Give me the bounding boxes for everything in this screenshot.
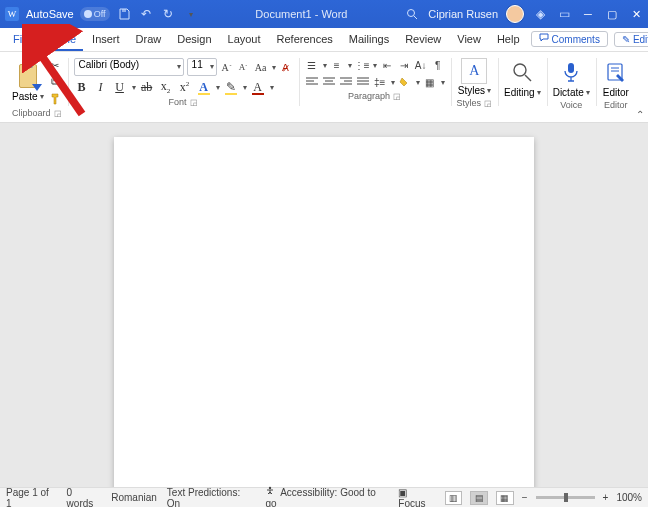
bold-button[interactable]: B <box>74 80 90 95</box>
group-clipboard: Paste▾ ✂ ⧉ Clipboard◲ <box>6 56 68 120</box>
numbering-icon[interactable]: ≡ <box>330 58 344 72</box>
sort-icon[interactable]: A↓ <box>414 58 428 72</box>
tab-references[interactable]: References <box>270 28 340 51</box>
font-family-select[interactable]: Calibri (Body)▾ <box>74 58 184 76</box>
find-icon[interactable] <box>508 58 536 86</box>
dialog-launcher-icon[interactable]: ◲ <box>54 109 62 118</box>
microphone-icon[interactable] <box>557 58 585 86</box>
shading-icon[interactable] <box>398 75 412 89</box>
tab-layout[interactable]: Layout <box>221 28 268 51</box>
language-indicator[interactable]: Romanian <box>111 492 157 503</box>
decrease-indent-icon[interactable]: ⇤ <box>380 58 394 72</box>
print-layout-icon[interactable]: ▤ <box>470 491 488 505</box>
superscript-button[interactable]: x2 <box>177 80 193 95</box>
borders-icon[interactable]: ▦ <box>423 75 437 89</box>
dictate-button[interactable]: Dictate▾ <box>553 87 590 98</box>
bullets-icon[interactable]: ☰ <box>305 58 319 72</box>
grow-font-icon[interactable]: A˄ <box>220 60 234 74</box>
editing-button[interactable]: Editing▾ <box>504 87 541 98</box>
group-voice: Dictate▾ Voice <box>547 56 596 120</box>
focus-mode-button[interactable]: ▣ Focus <box>398 487 436 508</box>
strikethrough-button[interactable]: ab <box>139 80 155 95</box>
paste-icon[interactable] <box>15 62 41 90</box>
web-layout-icon[interactable]: ▦ <box>496 491 514 505</box>
word-count[interactable]: 0 words <box>67 487 102 508</box>
highlight-button[interactable]: ✎ <box>223 80 239 95</box>
accessibility-icon <box>265 487 278 498</box>
shrink-font-icon[interactable]: A˅ <box>237 60 251 74</box>
dialog-launcher-icon[interactable]: ◲ <box>393 92 401 101</box>
tab-file[interactable]: File <box>6 28 38 51</box>
editing-mode-label: Editing <box>633 34 648 45</box>
undo-icon[interactable]: ↶ <box>138 6 154 22</box>
collapse-ribbon-icon[interactable]: ⌃ <box>636 109 644 120</box>
coming-soon-icon[interactable]: ◈ <box>532 6 548 22</box>
align-left-icon[interactable] <box>305 75 319 89</box>
qat-customize-icon[interactable]: ▾ <box>183 6 199 22</box>
save-icon[interactable] <box>116 6 132 22</box>
dialog-launcher-icon[interactable]: ◲ <box>190 98 198 107</box>
align-right-icon[interactable] <box>339 75 353 89</box>
italic-button[interactable]: I <box>93 80 109 95</box>
zoom-slider[interactable] <box>536 496 595 499</box>
format-painter-icon[interactable] <box>48 92 62 106</box>
tab-help[interactable]: Help <box>490 28 527 51</box>
justify-icon[interactable] <box>356 75 370 89</box>
tab-mailings[interactable]: Mailings <box>342 28 396 51</box>
autosave-toggle[interactable]: Off <box>80 7 110 21</box>
accessibility-status[interactable]: Accessibility: Good to go <box>265 486 388 507</box>
comments-button[interactable]: Comments <box>531 31 608 47</box>
editing-mode-button[interactable]: ✎ Editing ▾ <box>614 32 648 47</box>
text-effects-button[interactable]: A <box>196 80 212 95</box>
styles-gallery-icon[interactable]: A <box>461 58 487 84</box>
tab-design[interactable]: Design <box>170 28 218 51</box>
document-canvas <box>0 123 648 487</box>
paragraph-group-label: Paragraph <box>348 91 390 101</box>
page-indicator[interactable]: Page 1 of 1 <box>6 487 57 508</box>
pencil-icon: ✎ <box>622 34 630 45</box>
clipboard-group-label: Clipboard <box>12 108 51 118</box>
align-center-icon[interactable] <box>322 75 336 89</box>
styles-button[interactable]: Styles▾ <box>458 85 491 96</box>
svg-rect-19 <box>568 63 574 73</box>
tab-insert[interactable]: Insert <box>85 28 127 51</box>
multilevel-list-icon[interactable]: ⋮≡ <box>355 58 369 72</box>
ribbon-display-icon[interactable]: ▭ <box>556 6 572 22</box>
show-marks-icon[interactable]: ¶ <box>431 58 445 72</box>
zoom-in-button[interactable]: + <box>603 492 609 503</box>
minimize-button[interactable]: ─ <box>580 8 596 20</box>
copy-icon[interactable]: ⧉ <box>48 75 62 89</box>
zoom-percent[interactable]: 100% <box>616 492 642 503</box>
svg-point-17 <box>514 64 526 76</box>
font-color-button[interactable]: A <box>250 80 266 95</box>
close-button[interactable]: ✕ <box>628 8 644 21</box>
maximize-button[interactable]: ▢ <box>604 8 620 21</box>
document-page[interactable] <box>114 137 534 487</box>
tab-home[interactable]: Home <box>40 28 83 51</box>
styles-group-label: Styles <box>457 98 482 108</box>
tab-review[interactable]: Review <box>398 28 448 51</box>
autosave-label: AutoSave <box>26 8 74 20</box>
line-spacing-icon[interactable]: ‡≡ <box>373 75 387 89</box>
font-size-select[interactable]: 11▾ <box>187 58 217 76</box>
text-predictions-status[interactable]: Text Predictions: On <box>167 487 256 508</box>
editor-button[interactable]: Editor <box>603 87 629 98</box>
underline-button[interactable]: U <box>112 80 128 95</box>
group-paragraph: ☰▾ ≡▾ ⋮≡▾ ⇤ ⇥ A↓ ¶ <box>299 56 451 120</box>
subscript-button[interactable]: x2 <box>158 79 174 95</box>
dialog-launcher-icon[interactable]: ◲ <box>484 99 492 108</box>
cut-icon[interactable]: ✂ <box>48 58 62 72</box>
read-mode-icon[interactable]: ▥ <box>445 491 463 505</box>
tab-draw[interactable]: Draw <box>129 28 169 51</box>
search-icon[interactable] <box>404 6 420 22</box>
user-avatar[interactable] <box>506 5 524 23</box>
editor-icon[interactable] <box>602 58 630 86</box>
redo-icon[interactable]: ↻ <box>160 6 176 22</box>
change-case-icon[interactable]: Aa <box>254 60 268 74</box>
group-font: Calibri (Body)▾ 11▾ A˄ A˅ Aa ▾ A̷ B I U▾… <box>68 56 299 120</box>
tab-view[interactable]: View <box>450 28 488 51</box>
zoom-out-button[interactable]: − <box>522 492 528 503</box>
increase-indent-icon[interactable]: ⇥ <box>397 58 411 72</box>
paste-button[interactable]: Paste▾ <box>12 91 44 102</box>
clear-formatting-icon[interactable]: A̷ <box>279 60 293 74</box>
